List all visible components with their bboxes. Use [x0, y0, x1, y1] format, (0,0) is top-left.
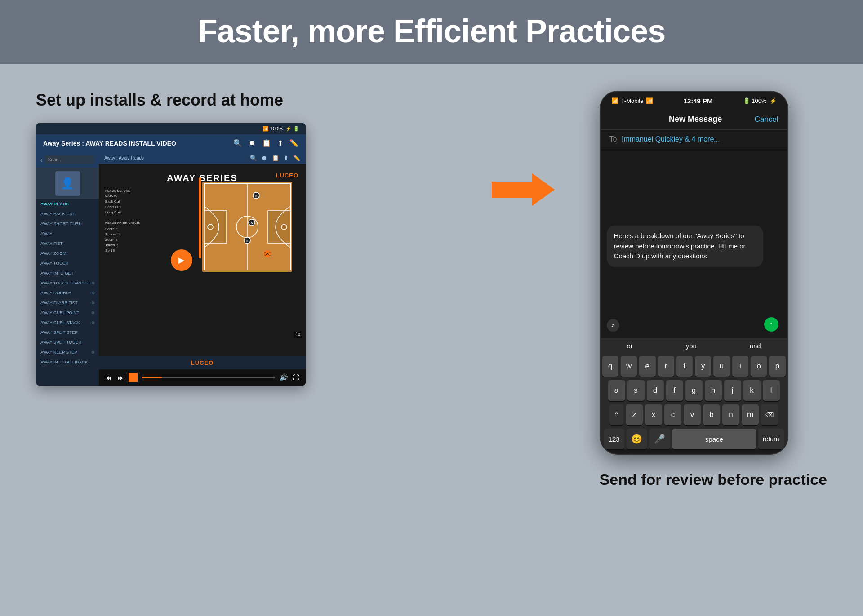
sidebar-thumbnail: 👤: [36, 168, 99, 199]
wifi-icon-phone: 📶: [646, 97, 653, 104]
to-recipients[interactable]: Immanuel Quickley & 4 more...: [622, 135, 720, 143]
sidebar-item[interactable]: AWAY TOUCHSTAMPEDE: [36, 278, 99, 288]
progress-track[interactable]: [142, 377, 275, 378]
compose-area: > Here's a breakdown of our "Away Series…: [601, 221, 787, 338]
volume-icon[interactable]: 🔊: [280, 373, 288, 381]
fullscreen-icon[interactable]: ⛶: [293, 373, 299, 381]
sidebar-item[interactable]: AWAY CURL POINT: [36, 308, 99, 318]
key-x[interactable]: x: [645, 404, 662, 425]
sidebar-item[interactable]: AWAY INTO GET (BACK: [36, 357, 99, 367]
copy-icon[interactable]: 📋: [262, 139, 271, 147]
key-d[interactable]: d: [647, 380, 664, 401]
suggestion-or[interactable]: or: [627, 342, 633, 350]
record-icon[interactable]: ⏺: [249, 139, 256, 147]
key-o[interactable]: o: [751, 356, 767, 377]
share-icon-2[interactable]: ⬆: [284, 155, 289, 161]
delete-key[interactable]: ⌫: [761, 404, 778, 425]
sidebar-item[interactable]: AWAY SHORT CURL: [36, 219, 99, 229]
svg-text:5: 5: [251, 221, 253, 225]
share-icon[interactable]: ⬆: [277, 139, 283, 147]
send-button[interactable]: ↑: [764, 317, 778, 332]
copy-icon-2[interactable]: 📋: [272, 155, 279, 161]
right-panel: 📶 T-Mobile 📶 12:49 PM 🔋 100% ⚡ New Messa…: [600, 91, 827, 488]
sidebar-item[interactable]: AWAY INTO GET: [36, 268, 99, 278]
key-z[interactable]: z: [626, 404, 643, 425]
suggestion-you[interactable]: you: [686, 342, 697, 350]
key-a[interactable]: a: [608, 380, 625, 401]
expand-button[interactable]: >: [607, 319, 619, 332]
sidebar-item[interactable]: AWAY READS: [36, 199, 99, 209]
sidebar-search[interactable]: Sear...: [44, 155, 94, 164]
key-c[interactable]: c: [664, 404, 681, 425]
record-icon-2[interactable]: ⏺: [262, 155, 267, 161]
sidebar-item[interactable]: AWAY SPLIT TOUCH: [36, 337, 99, 347]
right-arrow-icon: [492, 172, 555, 208]
key-w[interactable]: w: [621, 356, 637, 377]
space-key[interactable]: space: [672, 429, 756, 449]
cancel-button[interactable]: Cancel: [755, 115, 778, 124]
video-breadcrumb-bar: Away : Away Reads 🔍 ⏺ 📋 ⬆ ✏️: [99, 152, 306, 164]
mic-key[interactable]: 🎤: [649, 429, 670, 449]
skip-forward-icon[interactable]: ⏭: [117, 374, 124, 381]
sidebar-item[interactable]: AWAY ZOOM: [36, 248, 99, 258]
sidebar-item[interactable]: AWAY FIST: [36, 239, 99, 248]
key-b[interactable]: b: [703, 404, 720, 425]
svg-marker-17: [492, 173, 555, 206]
message-bubble[interactable]: Here's a breakdown of our "Away Series" …: [607, 226, 763, 267]
key-v[interactable]: v: [684, 404, 701, 425]
footer-right-controls: 🔊 ⛶: [280, 373, 299, 381]
key-h[interactable]: h: [705, 380, 722, 401]
key-u[interactable]: u: [713, 356, 730, 377]
search-icon-2[interactable]: 🔍: [250, 155, 257, 161]
video-header-icons: 🔍 ⏺ 📋 ⬆ ✏️: [250, 155, 300, 161]
sidebar-item[interactable]: AWAY DOUBLE: [36, 288, 99, 298]
key-l[interactable]: l: [763, 380, 780, 401]
emoji-key[interactable]: 😊: [627, 429, 647, 449]
skip-back-icon[interactable]: ⏮: [105, 374, 112, 381]
app-main-content: Away : Away Reads 🔍 ⏺ 📋 ⬆ ✏️: [99, 152, 306, 386]
numbers-key[interactable]: 123: [604, 429, 624, 449]
sidebar-item[interactable]: AWAY BACK CUT: [36, 209, 99, 219]
sidebar-item[interactable]: AWAY FLARE FIST: [36, 298, 99, 308]
timeline-bar: [199, 177, 201, 258]
key-m[interactable]: m: [742, 404, 759, 425]
sidebar-item[interactable]: AWAY SPLIT STEP: [36, 328, 99, 337]
coach-avatar: 👤: [55, 171, 80, 196]
app-top-icons: 🔍 ⏺ 📋 ⬆ ✏️: [233, 139, 298, 147]
app-playback-footer: ⏮ ⏭ 🔊 ⛶: [99, 369, 306, 386]
key-f[interactable]: f: [666, 380, 683, 401]
key-p[interactable]: p: [769, 356, 785, 377]
key-n[interactable]: n: [722, 404, 739, 425]
luceo-watermark: LUCEO: [99, 356, 306, 369]
play-button[interactable]: ▶: [171, 249, 192, 271]
video-area: AWAY SERIES LUCEO READS BEFORECATCH: Bac…: [99, 164, 306, 356]
arrow-container: [483, 172, 564, 208]
search-icon[interactable]: 🔍: [233, 139, 242, 147]
back-arrow-icon[interactable]: ‹: [40, 156, 43, 164]
sidebar-item[interactable]: AWAY KEEP STEP: [36, 347, 99, 357]
suggestion-and[interactable]: and: [750, 342, 761, 350]
key-r[interactable]: r: [658, 356, 674, 377]
to-field: To: Immanuel Quickley & 4 more...: [601, 130, 787, 149]
return-key[interactable]: return: [758, 429, 784, 449]
battery-info: 🔋 100% ⚡: [743, 97, 777, 104]
key-e[interactable]: e: [639, 356, 655, 377]
to-label: To:: [609, 135, 619, 143]
basketball-court: 2 5 3: [202, 182, 292, 272]
sidebar-item[interactable]: AWAY CURL STACK: [36, 318, 99, 328]
key-k[interactable]: k: [743, 380, 761, 401]
key-s[interactable]: s: [627, 380, 645, 401]
key-y[interactable]: y: [695, 356, 711, 377]
sidebar-item[interactable]: AWAY: [36, 229, 99, 239]
message-text: Here's a breakdown of our "Away Series" …: [614, 232, 746, 260]
key-t[interactable]: t: [676, 356, 693, 377]
edit-icon[interactable]: ✏️: [289, 139, 298, 147]
speed-indicator[interactable]: 1x: [294, 331, 302, 338]
key-q[interactable]: q: [602, 356, 618, 377]
key-j[interactable]: j: [724, 380, 741, 401]
key-i[interactable]: i: [732, 356, 748, 377]
shift-key[interactable]: ⇧: [609, 404, 623, 425]
key-g[interactable]: g: [685, 380, 703, 401]
sidebar-item[interactable]: AWAY TOUCH: [36, 258, 99, 268]
edit-icon-2[interactable]: ✏️: [293, 155, 300, 161]
